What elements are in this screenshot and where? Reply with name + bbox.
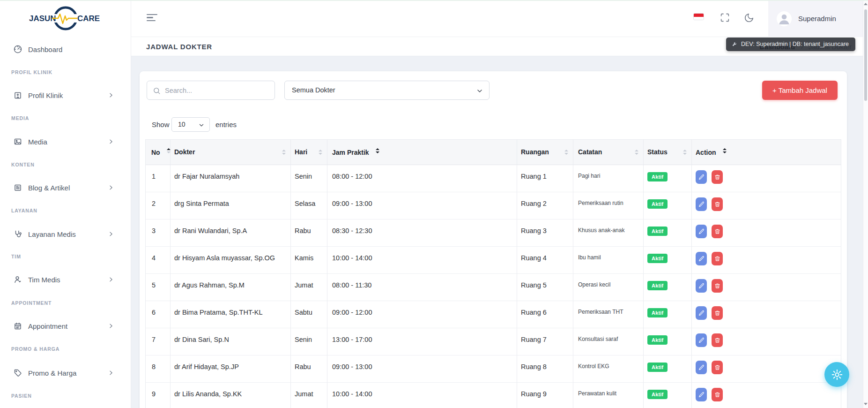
scroll-up-arrow[interactable] — [864, 3, 868, 5]
page-size-row: Show 10 entries — [140, 117, 847, 132]
delete-button[interactable] — [712, 225, 723, 238]
cell-ruangan: Ruang 5 — [517, 274, 573, 301]
search-box — [147, 81, 275, 100]
gauge-icon — [13, 45, 22, 54]
delete-button[interactable] — [712, 333, 723, 347]
edit-button[interactable] — [696, 388, 707, 401]
column-header-hari[interactable]: Hari — [291, 139, 327, 165]
tag-icon — [13, 368, 22, 378]
delete-button[interactable] — [712, 197, 723, 211]
cell-dokter: dr Hisyam Asla muyassar, Sp.OG — [171, 247, 291, 274]
cell-action — [692, 219, 841, 247]
cell-action — [692, 383, 841, 408]
delete-button[interactable] — [712, 306, 723, 320]
table-row: 2 drg Sinta Permata Selasa 09:00 - 13:00… — [146, 192, 841, 219]
sidebar-item-promo-harga[interactable]: Promo & Harga — [0, 367, 131, 379]
edit-button[interactable] — [696, 170, 707, 184]
chevron-down-icon — [198, 122, 205, 128]
column-header-dokter[interactable]: Dokter — [171, 139, 291, 165]
edit-button[interactable] — [696, 197, 707, 211]
cell-jam-praktik: 13:00 - 17:00 — [327, 328, 517, 355]
cell-hari: Sabtu — [291, 301, 327, 328]
sidebar-item-blog-artikel[interactable]: Blog & Artikel — [0, 181, 131, 194]
delete-button[interactable] — [712, 279, 723, 293]
cell-ruangan: Ruang 8 — [517, 355, 573, 383]
edit-button[interactable] — [696, 252, 707, 265]
maximize-icon[interactable] — [720, 13, 730, 23]
cell-hari: Senin — [291, 165, 327, 192]
dev-badge-text: DEV: Superadmin | DB: tenant_jasuncare — [741, 41, 849, 47]
cell-catatan: Pemeriksaan THT — [573, 301, 644, 328]
scrollbar-thumb[interactable] — [864, 9, 867, 101]
cell-dokter: drg Sinta Permata — [171, 192, 291, 219]
edit-button[interactable] — [696, 225, 707, 238]
moon-icon[interactable] — [744, 13, 754, 23]
image-icon — [13, 137, 22, 146]
sidebar-item-media[interactable]: Media — [0, 136, 131, 148]
page-size-select[interactable]: 10 — [171, 117, 210, 132]
column-header-no[interactable]: No — [146, 139, 171, 165]
sidebar-section-tim: TIM — [0, 254, 131, 259]
delete-button[interactable] — [712, 388, 723, 401]
doctor-filter-select[interactable]: Semua Dokter — [284, 81, 490, 100]
edit-button[interactable] — [696, 333, 707, 347]
sidebar-item-tim-medis[interactable]: Tim Medis — [0, 273, 131, 286]
wrench-icon — [732, 41, 738, 47]
cell-no: 1 — [146, 165, 171, 192]
brand-logo[interactable]: JASUN CARE — [0, 4, 131, 33]
delete-button[interactable] — [712, 252, 723, 265]
user-menu[interactable]: Superadmin — [768, 0, 863, 37]
search-input[interactable] — [165, 82, 270, 99]
column-header-catatan[interactable]: Catatan — [573, 139, 644, 165]
scroll-down-arrow[interactable] — [864, 403, 868, 405]
column-header-status[interactable]: Status — [644, 139, 692, 165]
cell-dokter: dr Arif Hidayat, Sp.JP — [171, 355, 291, 383]
cell-no: 7 — [146, 328, 171, 355]
sort-icon — [319, 150, 323, 156]
column-header-jam-praktik[interactable]: Jam Praktik — [327, 139, 517, 165]
page-size-value: 10 — [178, 121, 185, 128]
cell-no: 2 — [146, 192, 171, 219]
cell-hari: Kamis — [291, 247, 327, 274]
sidebar-item-appointment[interactable]: Appointment — [0, 320, 131, 332]
sidebar-item-label: Tim Medis — [28, 276, 60, 284]
cell-catatan: Perawatan kulit — [573, 383, 644, 408]
edit-button[interactable] — [696, 306, 707, 320]
sidebar-item-profil-klinik[interactable]: Profil Klinik — [0, 89, 131, 101]
settings-fab[interactable] — [824, 362, 849, 387]
edit-button[interactable] — [696, 361, 707, 374]
user-avatar-icon — [777, 11, 792, 26]
flag-indonesia-icon[interactable] — [693, 13, 704, 20]
cell-status: Aktif — [644, 274, 692, 301]
sidebar-item-layanan-medis[interactable]: Layanan Medis — [0, 228, 131, 240]
news-icon — [13, 183, 22, 192]
cell-status: Aktif — [644, 219, 692, 247]
vertical-scrollbar[interactable] — [863, 0, 868, 408]
menu-icon[interactable] — [147, 14, 158, 22]
cell-jam-praktik: 08:00 - 11:30 — [327, 274, 517, 301]
delete-button[interactable] — [712, 361, 723, 374]
table-row: 5 dr Agus Rahman, Sp.M Jumat 08:00 - 11:… — [146, 274, 841, 301]
sidebar-item-dashboard[interactable]: Dashboard — [0, 43, 131, 55]
cell-no: 3 — [146, 219, 171, 247]
sidebar-section-konten: KONTEN — [0, 162, 131, 167]
cell-dokter: dr Lilis Ananda, Sp.KK — [171, 383, 291, 408]
pencil-icon — [698, 283, 705, 289]
add-schedule-button[interactable]: + Tambah Jadwal — [762, 81, 838, 100]
table-row: 7 dr Dina Sari, Sp.N Senin 13:00 - 17:00… — [146, 328, 841, 355]
cell-ruangan: Ruang 7 — [517, 328, 573, 355]
cell-catatan: Ibu hamil — [573, 247, 644, 274]
status-badge: Aktif — [647, 227, 668, 236]
sidebar-item-label: Dashboard — [28, 45, 62, 53]
cell-action — [692, 355, 841, 383]
delete-button[interactable] — [712, 170, 723, 184]
sidebar-section-promo-harga: PROMO & HARGA — [0, 346, 131, 352]
edit-button[interactable] — [696, 279, 707, 293]
column-header-ruangan[interactable]: Ruangan — [517, 139, 573, 165]
cell-ruangan: Ruang 6 — [517, 301, 573, 328]
cell-catatan: Pemeriksaan rutin — [573, 192, 644, 219]
cell-ruangan: Ruang 1 — [517, 165, 573, 192]
status-badge: Aktif — [647, 199, 668, 209]
column-header-action[interactable]: Action — [692, 139, 841, 165]
cell-hari: Rabu — [291, 219, 327, 247]
